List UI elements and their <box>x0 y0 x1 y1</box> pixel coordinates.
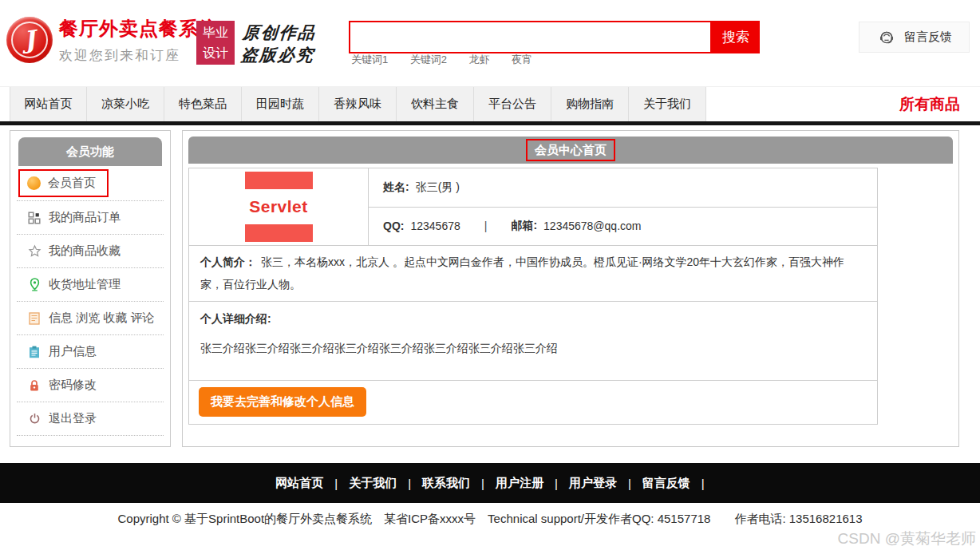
sidebar-item-user-info[interactable]: 用户信息 <box>17 335 164 369</box>
footer-separator: | <box>334 477 338 490</box>
footer-link-feedback[interactable]: 留言反馈 <box>642 476 690 491</box>
footer-link-home[interactable]: 网站首页 <box>275 476 323 491</box>
badge-line1: 毕业 <box>196 22 235 43</box>
keyword-link[interactable]: 龙虾 <box>469 53 490 65</box>
sidebar-item-address-management[interactable]: 收货地址管理 <box>17 268 164 302</box>
nav-tab-announcements[interactable]: 平台公告 <box>474 87 551 121</box>
logo-letter: J <box>22 27 37 53</box>
sidebar-item-label: 我的商品收藏 <box>49 243 121 259</box>
nav-tab-shopping-guide[interactable]: 购物指南 <box>551 87 629 121</box>
original-work-stamp: 原创作品 盗版必究 <box>240 22 317 67</box>
member-center-panel: 会员中心首页 Servlet 姓名: 张三(男 ) <box>182 130 959 447</box>
avatar-cell: Servlet <box>189 168 369 245</box>
qq-value: 12345678 <box>410 220 460 232</box>
logo-text: 餐厅外卖点餐系统 欢迎您到来和订座 <box>59 16 219 65</box>
footer-separator: | <box>408 477 411 490</box>
sidebar-item-label: 退出登录 <box>49 411 97 426</box>
nav-tab-vegetables[interactable]: 田园时蔬 <box>242 87 319 121</box>
footer-link-login[interactable]: 用户登录 <box>569 476 617 491</box>
footer-separator: | <box>701 477 705 490</box>
sidebar-item-label: 用户信息 <box>49 344 97 359</box>
qq-label: QQ: <box>383 220 404 232</box>
active-item-highlight: 会员首页 <box>18 169 109 197</box>
edit-profile-button[interactable]: 我要去完善和修改个人信息 <box>199 387 366 417</box>
badge-line2: 设计 <box>196 43 235 64</box>
site-title: 餐厅外卖点餐系统 <box>59 16 219 42</box>
sidebar-item-my-orders[interactable]: 我的商品订单 <box>17 201 164 235</box>
member-home-icon <box>27 176 41 190</box>
sidebar-item-member-home[interactable]: 会员首页 <box>17 166 164 201</box>
sidebar-item-my-favorites[interactable]: 我的商品收藏 <box>17 235 164 268</box>
header: J 餐厅外卖点餐系统 欢迎您到来和订座 毕业 设计 原创作品 盗版必究 搜索 关… <box>0 0 980 86</box>
name-label: 姓名: <box>383 180 409 195</box>
nav-divider <box>0 121 980 125</box>
member-sidebar: 会员功能 会员首页 我的商品订单 <box>10 130 171 447</box>
customer-service-headset-icon <box>876 27 897 48</box>
detail-label: 个人详细介绍: <box>200 312 271 325</box>
sidebar-item-label: 收货地址管理 <box>49 277 121 292</box>
orders-grid-icon <box>27 212 41 224</box>
keyword-link[interactable]: 关键词2 <box>410 53 447 65</box>
nav-tab-cold-dishes[interactable]: 凉菜小吃 <box>87 87 164 121</box>
avatar-bottom-bar <box>245 224 313 242</box>
nav-tab-home[interactable]: 网站首页 <box>10 87 87 121</box>
search-input[interactable] <box>349 21 712 53</box>
nav-tab-spicy[interactable]: 香辣风味 <box>319 87 397 121</box>
field-separator: | <box>484 220 488 232</box>
footer-link-register[interactable]: 用户注册 <box>496 476 543 491</box>
star-icon <box>27 244 41 258</box>
avatar-text: Servlet <box>249 197 308 216</box>
document-icon <box>27 312 41 325</box>
name-row: 姓名: 张三(男 ) <box>369 168 877 208</box>
feedback-button[interactable]: 留言反馈 <box>859 22 970 53</box>
name-value: 张三(男 ) <box>416 180 460 195</box>
personal-detail-row: 个人详细介绍: 张三介绍张三介绍张三介绍张三介绍张三介绍张三介绍张三介绍张三介绍 <box>189 302 877 381</box>
sidebar-item-logout[interactable]: 退出登录 <box>17 402 164 436</box>
panel-header: 会员中心首页 <box>188 137 953 164</box>
profile-fields: 姓名: 张三(男 ) QQ: 12345678 | 邮箱: 12345678@q… <box>369 168 877 245</box>
power-icon <box>27 413 41 425</box>
main-nav: 网站首页 凉菜小吃 特色菜品 田园时蔬 香辣风味 饮料主食 平台公告 购物指南 … <box>0 86 980 121</box>
footer-separator: | <box>628 477 631 490</box>
avatar-top-bar <box>245 172 313 189</box>
footer-separator: | <box>555 477 558 490</box>
detail-text: 张三介绍张三介绍张三介绍张三介绍张三介绍张三介绍张三介绍张三介绍 <box>200 342 866 356</box>
calligraphy-line2: 盗版必究 <box>240 44 315 66</box>
panel-title: 会员中心首页 <box>526 139 615 161</box>
footer-link-about[interactable]: 关于我们 <box>349 476 397 491</box>
graduation-badge: 毕业 设计 <box>196 21 235 65</box>
edit-profile-row: 我要去完善和修改个人信息 <box>189 381 877 424</box>
avatar: Servlet <box>245 172 313 242</box>
sidebar-item-info-browse-collect-comment[interactable]: 信息 浏览 收藏 评论 <box>17 302 164 335</box>
site-subtitle: 欢迎您到来和订座 <box>59 46 219 65</box>
avatar-middle: Servlet <box>245 189 313 224</box>
intro-label: 个人简介： <box>200 255 256 268</box>
footer-link-contact[interactable]: 联系我们 <box>422 476 470 491</box>
keyword-link[interactable]: 关键词1 <box>351 53 388 65</box>
email-value: 12345678@qq.com <box>543 220 641 232</box>
nav-tab-drinks[interactable]: 饮料主食 <box>397 87 474 121</box>
nav-tab-about-us[interactable]: 关于我们 <box>629 87 706 121</box>
sidebar-title: 会员功能 <box>18 137 162 166</box>
footer-separator: | <box>481 477 484 490</box>
sidebar-item-change-password[interactable]: 密码修改 <box>17 369 164 402</box>
location-pin-icon <box>27 278 41 291</box>
sidebar-item-label: 会员首页 <box>48 176 96 191</box>
email-label: 邮箱: <box>511 219 537 233</box>
qq-email-row: QQ: 12345678 | 邮箱: 12345678@qq.com <box>369 208 877 246</box>
copyright-text: Copyright © 基于SprintBoot的餐厅外卖点餐系统 某省ICP备… <box>0 512 980 527</box>
nav-tabs: 网站首页 凉菜小吃 特色菜品 田园时蔬 香辣风味 饮料主食 平台公告 购物指南 … <box>10 87 706 121</box>
nav-tab-special-dishes[interactable]: 特色菜品 <box>164 87 242 121</box>
all-products-link[interactable]: 所有商品 <box>899 87 960 122</box>
clipboard-icon <box>27 346 41 358</box>
sidebar-item-label: 我的商品订单 <box>49 210 121 225</box>
hot-keywords: 关键词1 关键词2 龙虾 夜宵 <box>351 53 551 67</box>
search-bar: 搜索 <box>349 21 760 53</box>
page: J 餐厅外卖点餐系统 欢迎您到来和订座 毕业 设计 原创作品 盗版必究 搜索 关… <box>0 0 980 554</box>
search-button[interactable]: 搜索 <box>712 21 760 53</box>
keyword-link[interactable]: 夜宵 <box>512 53 532 65</box>
logo-ring: J <box>11 22 48 58</box>
profile-top-row: Servlet 姓名: 张三(男 ) QQ: 12345678 | 邮箱: <box>189 168 877 246</box>
feedback-label: 留言反馈 <box>904 30 952 45</box>
personal-intro-row: 个人简介：张三，本名杨xxx，北京人 。起点中文网白金作者，中国作协成员。橙瓜见… <box>189 246 877 302</box>
